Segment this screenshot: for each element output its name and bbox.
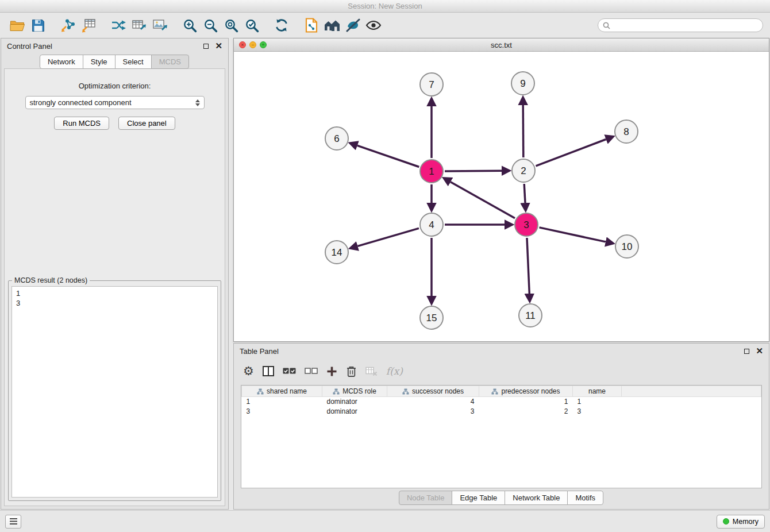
tab-select[interactable]: Select — [115, 55, 152, 69]
open-folder-icon — [10, 19, 25, 32]
svg-text:6: 6 — [334, 133, 339, 144]
tab-network-table[interactable]: Network Table — [505, 491, 568, 505]
zoom-out-icon — [203, 18, 218, 33]
unselect-all-icon[interactable] — [305, 367, 318, 375]
graph-edge-2-3[interactable] — [524, 184, 525, 203]
zoom-selected-button[interactable] — [241, 15, 262, 36]
tab-node-table[interactable]: Node Table — [399, 491, 453, 505]
graph-node-3[interactable]: 3 — [515, 213, 538, 236]
column-header-mcds-role[interactable]: MCDS role — [322, 386, 387, 397]
graph-edge-3-10[interactable] — [540, 228, 606, 242]
save-session-button[interactable] — [28, 15, 48, 36]
zoom-out-button[interactable] — [200, 15, 221, 36]
export-table-icon — [132, 18, 147, 32]
tab-edge-table[interactable]: Edge Table — [452, 491, 505, 505]
graph-node-7[interactable]: 7 — [420, 73, 443, 96]
status-menu-button[interactable] — [5, 515, 21, 529]
graph-node-11[interactable]: 11 — [519, 304, 542, 327]
show-columns-icon[interactable] — [263, 366, 274, 376]
import-network-button[interactable] — [57, 15, 78, 36]
tab-mcds[interactable]: MCDS — [151, 55, 189, 69]
optimization-dropdown[interactable]: strongly connected component — [25, 96, 205, 109]
zoom-fit-button[interactable] — [221, 15, 241, 36]
network-window-titlebar[interactable]: × − + scc.txt — [234, 38, 769, 52]
hide-graphics-button[interactable] — [342, 15, 363, 36]
control-panel: Control Panel ✕ Network Style Select MCD… — [1, 38, 229, 510]
cell-successor-nodes[interactable]: 3 — [387, 407, 479, 417]
tab-style[interactable]: Style — [83, 55, 116, 69]
graph-edge-3-11[interactable] — [527, 238, 529, 294]
close-control-panel-icon[interactable]: ✕ — [215, 43, 222, 49]
search-box[interactable] — [598, 18, 763, 32]
graph-edge-1-6[interactable] — [357, 145, 419, 167]
export-network-button[interactable] — [108, 15, 129, 36]
network-canvas[interactable]: 7968124314101511 — [234, 52, 769, 341]
add-row-button[interactable] — [326, 366, 337, 377]
graph-node-4[interactable]: 4 — [420, 213, 443, 236]
close-window-icon[interactable]: × — [239, 41, 246, 48]
float-table-panel-icon[interactable] — [744, 349, 749, 354]
column-header-successor-nodes[interactable]: successor nodes — [387, 386, 479, 397]
close-panel-button[interactable]: Close panel — [118, 117, 175, 130]
graph-edge-1-2[interactable] — [445, 171, 502, 171]
mcds-result-list[interactable]: 1 3 — [11, 286, 218, 498]
table-row[interactable]: 1 dominator 4 1 1 — [242, 397, 761, 407]
cell-predecessor-nodes[interactable]: 2 — [479, 407, 573, 417]
delete-row-button[interactable] — [346, 365, 357, 377]
cell-mcds-role[interactable]: dominator — [322, 397, 387, 407]
select-all-icon[interactable] — [283, 367, 296, 375]
zoom-in-button[interactable] — [179, 15, 200, 36]
table-row[interactable]: 3 dominator 3 2 3 — [242, 407, 761, 417]
session-document-button[interactable] — [301, 15, 322, 36]
table-settings-gear-icon[interactable]: ⚙ — [243, 365, 254, 377]
cell-mcds-role[interactable]: dominator — [322, 407, 387, 417]
graph-edge-2-8[interactable] — [536, 140, 606, 166]
graph-node-1[interactable]: 1 — [420, 160, 443, 183]
cell-predecessor-nodes[interactable]: 1 — [479, 397, 573, 407]
column-header-predecessor-nodes[interactable]: predecessor nodes — [479, 386, 573, 397]
hide-graphics-icon — [346, 18, 360, 32]
close-table-panel-icon[interactable]: ✕ — [756, 348, 763, 354]
minimize-window-icon[interactable]: − — [249, 41, 256, 48]
tab-motifs[interactable]: Motifs — [567, 491, 603, 505]
mcds-tab-content: Optimization criterion: strongly connect… — [4, 68, 225, 506]
graph-edge-2-9[interactable] — [523, 105, 523, 157]
home-button[interactable] — [322, 15, 342, 36]
tab-network[interactable]: Network — [40, 55, 83, 69]
graph-node-14[interactable]: 14 — [325, 241, 348, 264]
graph-node-15[interactable]: 15 — [420, 306, 443, 329]
column-header-shared-name[interactable]: shared name — [242, 386, 322, 397]
graph-node-8[interactable]: 8 — [615, 120, 638, 143]
svg-text:4: 4 — [429, 219, 434, 230]
cell-name[interactable]: 3 — [573, 407, 622, 417]
graph-edge-4-14[interactable] — [358, 228, 419, 246]
function-builder-button[interactable]: f(x) — [386, 365, 403, 377]
run-mcds-button[interactable]: Run MCDS — [54, 117, 109, 130]
maximize-window-icon[interactable]: + — [260, 41, 267, 48]
memory-button[interactable]: Memory — [717, 515, 765, 529]
import-table-button[interactable] — [78, 15, 99, 36]
cell-name[interactable]: 1 — [573, 397, 622, 407]
graph-node-10[interactable]: 10 — [615, 235, 638, 258]
graph-edge-3-1[interactable] — [451, 182, 515, 218]
mcds-result-item[interactable]: 3 — [16, 298, 213, 308]
graph-node-6[interactable]: 6 — [325, 127, 348, 150]
export-image-button[interactable] — [149, 15, 170, 36]
delete-table-button[interactable] — [365, 366, 378, 376]
graph-node-9[interactable]: 9 — [511, 72, 534, 95]
search-input[interactable] — [613, 21, 758, 30]
svg-text:2: 2 — [521, 165, 526, 176]
mcds-result-item[interactable]: 1 — [16, 288, 213, 298]
export-table-button[interactable] — [129, 15, 149, 36]
show-graphics-button[interactable] — [363, 15, 384, 36]
float-control-panel-icon[interactable] — [203, 44, 209, 49]
open-session-button[interactable] — [7, 15, 28, 36]
table-header-row: shared name MCDS role successor nodes pr… — [242, 386, 761, 397]
cell-successor-nodes[interactable]: 4 — [387, 397, 479, 407]
refresh-button[interactable] — [271, 15, 292, 36]
mcds-result-box: MCDS result (2 nodes) 1 3 — [8, 280, 221, 501]
graph-node-2[interactable]: 2 — [512, 159, 535, 182]
column-header-name[interactable]: name — [573, 386, 622, 397]
cell-shared-name[interactable]: 3 — [242, 407, 322, 417]
cell-shared-name[interactable]: 1 — [242, 397, 322, 407]
